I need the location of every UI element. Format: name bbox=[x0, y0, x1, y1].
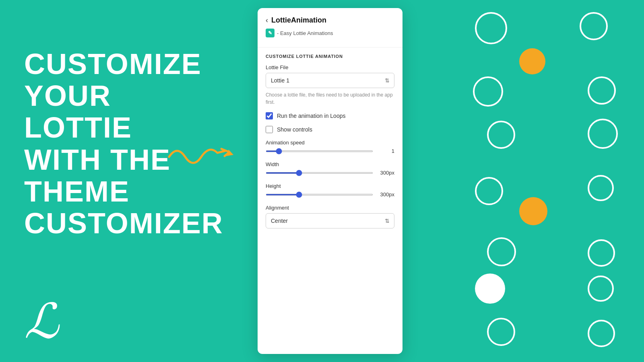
headline-line4: THEME bbox=[24, 176, 225, 208]
controls-checkbox-row: Show controls bbox=[266, 126, 394, 133]
width-label: Width bbox=[266, 161, 394, 167]
width-section: Width 300px bbox=[266, 161, 394, 176]
loop-checkbox[interactable] bbox=[266, 112, 273, 119]
circle-c11 bbox=[487, 237, 516, 266]
controls-checkbox[interactable] bbox=[266, 126, 273, 133]
panel-body: CUSTOMIZE LOTTIE ANIMATION Lottie File L… bbox=[258, 47, 402, 354]
animation-speed-label: Animation speed bbox=[266, 140, 394, 146]
controls-checkbox-label: Show controls bbox=[277, 126, 312, 133]
lottie-file-label: Lottie File bbox=[266, 64, 394, 70]
circle-c16 bbox=[588, 320, 615, 347]
plugin-icon: ✎ bbox=[266, 29, 275, 37]
width-slider[interactable] bbox=[266, 172, 373, 174]
alignment-select[interactable]: Left Center Right bbox=[266, 213, 394, 228]
width-row: 300px bbox=[266, 170, 394, 176]
panel-back-row: ‹ LottieAnimation bbox=[266, 16, 394, 25]
circle-c5 bbox=[588, 76, 616, 105]
circle-c14 bbox=[588, 276, 614, 302]
height-section: Height 300px bbox=[266, 183, 394, 197]
circle-c15 bbox=[487, 318, 515, 346]
lottie-file-select-wrapper: Lottie 1 ⇅ bbox=[266, 73, 394, 88]
animation-speed-value: 1 bbox=[376, 148, 394, 154]
circle-c6 bbox=[487, 121, 515, 149]
lottie-file-select[interactable]: Lottie 1 bbox=[266, 73, 394, 88]
animation-speed-slider[interactable] bbox=[266, 150, 373, 152]
circle-c2 bbox=[580, 12, 608, 40]
headline-line1: CUSTOMIZE bbox=[24, 48, 225, 80]
animation-speed-row: 1 bbox=[266, 148, 394, 154]
circle-c3 bbox=[519, 48, 545, 74]
headline-line2: YOUR LOTTIE bbox=[24, 80, 225, 144]
circle-c7 bbox=[588, 119, 618, 149]
circle-c1 bbox=[475, 12, 507, 44]
panel-title: LottieAnimation bbox=[271, 16, 326, 25]
circle-c13 bbox=[475, 274, 505, 304]
section-title: CUSTOMIZE LOTTIE ANIMATION bbox=[266, 54, 394, 59]
loop-checkbox-row: Run the animation in Loops bbox=[266, 112, 394, 119]
arrow-decoration bbox=[165, 141, 237, 173]
height-label: Height bbox=[266, 183, 394, 189]
width-value: 300px bbox=[376, 170, 394, 176]
animation-speed-section: Animation speed 1 bbox=[266, 140, 394, 154]
plugin-badge: ✎ - Easy Lottie Animations bbox=[266, 29, 394, 37]
lottie-logo: ℒ bbox=[24, 298, 59, 346]
plugin-label: - Easy Lottie Animations bbox=[277, 30, 333, 36]
loop-checkbox-label: Run the animation in Loops bbox=[277, 113, 345, 119]
circle-c4 bbox=[473, 76, 503, 107]
headline-line5: CUSTOMIZER bbox=[24, 208, 225, 239]
height-value: 300px bbox=[376, 191, 394, 197]
height-row: 300px bbox=[266, 191, 394, 197]
circle-c10 bbox=[519, 197, 547, 225]
circle-c8 bbox=[475, 177, 503, 205]
lottie-file-hint: Choose a lottie file, the files need to … bbox=[266, 91, 394, 106]
settings-panel: ‹ LottieAnimation ✎ - Easy Lottie Animat… bbox=[258, 8, 402, 354]
alignment-select-wrapper: Left Center Right ⇅ bbox=[266, 213, 394, 228]
height-slider[interactable] bbox=[266, 194, 373, 195]
alignment-label: Alignment bbox=[266, 205, 394, 211]
back-button[interactable]: ‹ bbox=[266, 16, 268, 25]
circle-c12 bbox=[588, 239, 615, 267]
circle-c9 bbox=[588, 175, 614, 201]
panel-header: ‹ LottieAnimation ✎ - Easy Lottie Animat… bbox=[258, 8, 402, 47]
